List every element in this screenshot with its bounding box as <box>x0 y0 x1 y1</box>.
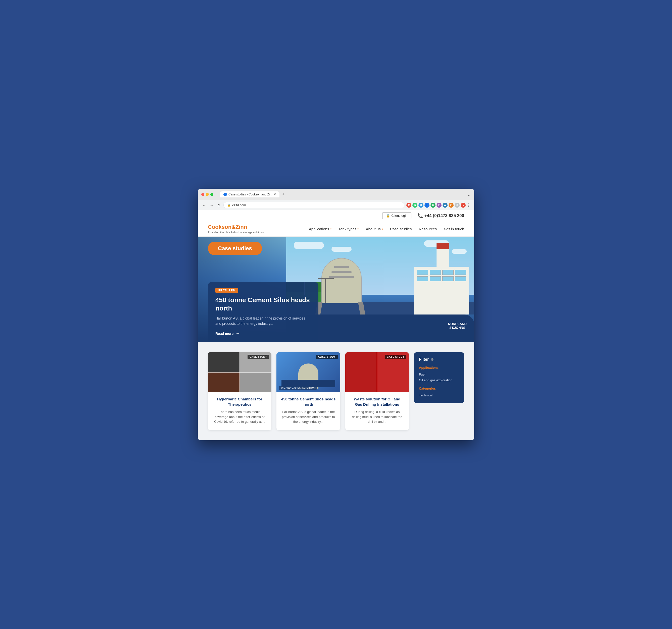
nav-item-about[interactable]: About us ▾ <box>366 227 383 231</box>
filter-item-fuel[interactable]: Fuel <box>419 372 459 377</box>
lock-icon: 🔒 <box>227 203 231 207</box>
page-title-badge: Case studies <box>208 242 262 255</box>
case-card-2[interactable]: CASE STUDY OIL AND GAS EXPLORATION 450 t… <box>277 352 340 430</box>
nav-item-tank-types[interactable]: Tank types ▾ <box>338 227 359 231</box>
filter-sidebar: Filter ⚙ Applications Fuel Oil and gas e… <box>414 352 464 403</box>
new-tab-button[interactable]: + <box>281 191 286 197</box>
favicon <box>223 193 227 196</box>
ext-icon-2[interactable]: G <box>412 203 417 208</box>
ext-icon-9[interactable]: ⚙ <box>455 203 460 208</box>
card-1-description: There has been much media coverage about… <box>212 409 267 424</box>
filter-divider <box>419 383 459 385</box>
maximize-dot[interactable] <box>210 193 213 196</box>
logo-area[interactable]: Cookson&Zinn Providing the UK's industri… <box>208 224 264 234</box>
card-2-image: CASE STUDY OIL AND GAS EXPLORATION <box>277 352 340 393</box>
phone-text: +44 (0)1473 825 200 <box>425 213 464 218</box>
nav-link-contact[interactable]: Get in touch <box>444 227 464 231</box>
case-card-3[interactable]: CASE STUDY Waste solution for Oil and Ga… <box>345 352 409 430</box>
cloud-1 <box>294 242 324 249</box>
filter-categories-label: Categories <box>419 386 459 391</box>
card-2-badge: CASE STUDY <box>316 355 337 359</box>
forward-button[interactable]: → <box>209 203 214 208</box>
nav-item-case-studies[interactable]: Case studies <box>390 227 412 231</box>
nav-link-applications[interactable]: Applications ▾ <box>309 227 332 231</box>
collapse-button[interactable]: ⌄ <box>467 192 471 197</box>
card-1-image: CASE STUDY <box>208 352 271 393</box>
card-1-img-tl <box>208 352 240 372</box>
minimize-dot[interactable] <box>206 193 209 196</box>
hero-section: NORRLAND ST.JOHNS Case studies FEATURED … <box>198 236 474 342</box>
card-2-title: 450 tonne Cement Silos heads north <box>281 396 336 407</box>
chevron-down-icon: ▾ <box>330 228 332 230</box>
nav-label-case-studies: Case studies <box>390 227 412 231</box>
read-more-link[interactable]: Read more → <box>215 331 311 336</box>
window-6 <box>430 276 441 281</box>
tab-close-button[interactable]: ✕ <box>274 193 276 196</box>
card-1-body: Hyperbaric Chambers for Therapeutics The… <box>208 393 271 430</box>
nav-links: Applications ▾ Tank types ▾ About us ▾ <box>309 227 464 231</box>
filter-item-technical[interactable]: Technical <box>419 393 459 398</box>
close-dot[interactable] <box>201 193 204 196</box>
cards-section: CASE STUDY Hyperbaric Chambers for Thera… <box>198 342 474 441</box>
active-tab[interactable]: Case studies - Cookson and Zi... ✕ <box>220 192 280 197</box>
featured-card: FEATURED 450 tonne Cement Silos heads no… <box>208 282 318 343</box>
nav-link-about[interactable]: About us ▾ <box>366 227 383 231</box>
address-input[interactable]: 🔒 czltd.com <box>223 202 404 208</box>
url-text: czltd.com <box>232 203 246 207</box>
window-5 <box>417 276 428 281</box>
reload-button[interactable]: ↻ <box>216 203 221 208</box>
filter-item-oil-gas[interactable]: Oil and gas exploration <box>419 377 459 383</box>
logo-tagline: Providing the UK's industrial storage so… <box>208 231 264 234</box>
card-2-category: OIL AND GAS EXPLORATION <box>279 386 317 390</box>
client-login-button[interactable]: 🔒 Client login <box>382 212 411 219</box>
cloud-4 <box>452 249 467 254</box>
utility-bar: 🔒 Client login 📞 +44 (0)1473 825 200 <box>198 210 474 221</box>
ext-icon-4[interactable]: ✦ <box>425 203 430 208</box>
superstructure <box>414 267 469 314</box>
nav-link-case-studies[interactable]: Case studies <box>390 227 412 231</box>
back-button[interactable]: ← <box>201 203 207 208</box>
mast-horizontal <box>318 278 334 279</box>
filter-applications-label: Applications <box>419 366 459 370</box>
window-3 <box>442 270 454 275</box>
nav-label-contact: Get in touch <box>444 227 464 231</box>
logo-ampersand: & <box>232 224 236 230</box>
ext-icon-1[interactable]: ⚑ <box>406 203 411 208</box>
nav-item-applications[interactable]: Applications ▾ <box>309 227 332 231</box>
card-3-body: Waste solution for Oil and Gas Drilling … <box>345 393 409 430</box>
browser-dots <box>201 193 213 196</box>
hero-case-title: 450 tonne Cement Silos heads north <box>215 296 311 313</box>
ext-icon-8[interactable]: ⬡ <box>449 203 454 208</box>
address-bar: ← → ↻ 🔒 czltd.com ⚑ G ⚙ ✦ G ⬡ W ⬡ ⚙ ● ⋮ <box>198 200 474 210</box>
browser-titlebar: Case studies - Cookson and Zi... ✕ + ⌄ <box>198 188 474 200</box>
case-card-1[interactable]: CASE STUDY Hyperbaric Chambers for Thera… <box>208 352 271 430</box>
ext-icon-10[interactable]: ● <box>461 203 466 208</box>
ext-icon-7[interactable]: W <box>442 203 448 208</box>
featured-badge: FEATURED <box>215 288 238 293</box>
main-navigation: Cookson&Zinn Providing the UK's industri… <box>198 221 474 236</box>
cloud-2 <box>332 247 352 252</box>
more-options-button[interactable]: ⋮ <box>467 203 471 207</box>
tab-title: Case studies - Cookson and Zi... <box>229 193 272 196</box>
window-4 <box>455 270 466 275</box>
nav-item-resources[interactable]: Resources <box>419 227 437 231</box>
phone-icon: 📞 <box>417 213 423 219</box>
silo-cylinder <box>321 258 362 303</box>
ext-icon-5[interactable]: G <box>431 203 435 208</box>
nav-link-tank-types[interactable]: Tank types ▾ <box>338 227 359 231</box>
card-3-badge: CASE STUDY <box>385 355 406 359</box>
card-2-body: 450 tonne Cement Silos heads north Halli… <box>277 393 340 430</box>
chevron-down-icon-3: ▾ <box>382 228 383 230</box>
ext-icon-3[interactable]: ⚙ <box>418 203 424 208</box>
logo-brand1: Cookson <box>208 224 232 230</box>
nav-item-contact[interactable]: Get in touch <box>444 227 464 231</box>
client-login-label: Client login <box>391 214 407 218</box>
window-1 <box>417 270 428 275</box>
website-content: 🔒 Client login 📞 +44 (0)1473 825 200 Coo… <box>198 210 474 441</box>
silo-band-3 <box>329 276 354 278</box>
nav-link-resources[interactable]: Resources <box>419 227 437 231</box>
card-3-description: During drilling, a fluid known as drilli… <box>350 409 404 424</box>
card-3-img-left <box>345 352 377 393</box>
logo-text: Cookson&Zinn <box>208 224 264 230</box>
ext-icon-6[interactable]: ⬡ <box>436 203 441 208</box>
